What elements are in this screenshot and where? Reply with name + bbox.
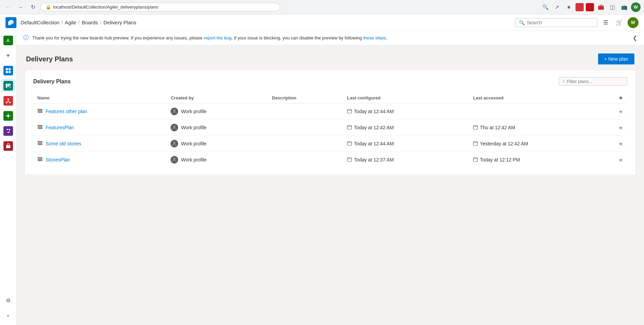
- svg-rect-4: [6, 84, 7, 88]
- search-box[interactable]: 🔍: [515, 18, 597, 27]
- sidebar-item-pipelines[interactable]: [1, 109, 15, 123]
- user-avatar-0: [171, 108, 178, 115]
- star-button-0[interactable]: ★: [618, 108, 623, 115]
- breadcrumb-boards[interactable]: Boards: [82, 20, 98, 25]
- plan-desc-cell-0: [268, 104, 343, 120]
- browser-profile[interactable]: W: [631, 2, 641, 12]
- sidebar-item-add[interactable]: +: [1, 49, 15, 62]
- page-title: Delivery Plans: [26, 55, 73, 63]
- share-button[interactable]: ➚: [552, 2, 562, 12]
- search-input[interactable]: [527, 20, 594, 25]
- ext2-button[interactable]: [586, 3, 594, 11]
- svg-point-37: [173, 158, 175, 160]
- last-access-text-2: Yesterday at 12:42 AM: [480, 141, 528, 146]
- sidebar-item-repos[interactable]: [1, 94, 15, 108]
- refresh-button[interactable]: ↻: [28, 2, 38, 12]
- user-avatar-3: [171, 156, 178, 164]
- last-accessed-3: Today at 12:12 PM: [473, 157, 610, 163]
- sidebar-item-overview[interactable]: [1, 64, 15, 77]
- plan-star-cell-2: ★: [614, 136, 627, 152]
- calendar-icon-conf-3: [347, 157, 352, 163]
- app-profile[interactable]: W: [628, 17, 639, 28]
- add-icon: +: [6, 52, 10, 60]
- filter-input-wrap[interactable]: ▿: [559, 77, 627, 86]
- last-configured-0: Today at 12:44 AM: [347, 109, 465, 115]
- report-bug-link[interactable]: report the bug: [204, 35, 232, 40]
- plans-table: Name Created by Description Last configu…: [33, 93, 627, 168]
- svg-rect-36: [37, 157, 38, 158]
- split-button[interactable]: ◫: [608, 2, 617, 12]
- azure-devops-logo[interactable]: [5, 17, 16, 28]
- plan-configured-cell-0: Today at 12:44 AM: [343, 104, 469, 120]
- svg-point-17: [173, 109, 175, 111]
- sidebar-expand-button[interactable]: »: [1, 309, 15, 322]
- svg-rect-20: [38, 127, 42, 128]
- plan-creator-cell-0: Work profile: [166, 104, 268, 120]
- svg-rect-16: [37, 109, 38, 110]
- forward-button[interactable]: →: [16, 2, 25, 12]
- creator-name-0: Work profile: [181, 109, 206, 114]
- sidebar-item-boards[interactable]: [1, 79, 15, 93]
- plan-name-text-0[interactable]: Features other plan: [46, 109, 87, 114]
- tablet-button[interactable]: 📺: [619, 2, 629, 12]
- plan-name-link-2[interactable]: Some old stories: [37, 141, 162, 147]
- plan-name-text-3[interactable]: StoriesPlan: [46, 157, 70, 162]
- notifications-button[interactable]: ☰: [600, 17, 611, 28]
- star-button-2[interactable]: ★: [618, 141, 623, 147]
- created-by-3: Work profile: [171, 156, 263, 164]
- sidebar-item-project[interactable]: A: [1, 34, 15, 47]
- sidebar-item-testplans[interactable]: [1, 124, 15, 138]
- repos-icon: [3, 96, 13, 106]
- table-row: Features other plan Work profile: [33, 104, 627, 120]
- shopping-bag-button[interactable]: 🛒: [614, 17, 625, 28]
- breadcrumb-agile[interactable]: Agile: [65, 20, 76, 25]
- ext1-button[interactable]: [575, 3, 584, 11]
- svg-rect-13: [38, 109, 42, 110]
- address-bar[interactable]: 🔒 localhost/DefaultCollection/Agile/_del…: [40, 3, 280, 11]
- back-button[interactable]: ←: [3, 2, 13, 12]
- breadcrumb-deliveryplans[interactable]: Delivery Plans: [103, 20, 136, 25]
- search-browser-button[interactable]: 🔍: [541, 2, 550, 12]
- url-text: localhost/DefaultCollection/Agile/_deliv…: [53, 4, 158, 10]
- boards-icon: [3, 81, 13, 91]
- filter-input[interactable]: [567, 79, 623, 84]
- svg-rect-0: [6, 68, 8, 70]
- breadcrumb-defaultcollection[interactable]: DefaultCollection: [21, 20, 59, 25]
- plan-icon-0: [37, 109, 43, 115]
- extensions-button[interactable]: 🧰: [596, 2, 606, 12]
- plan-star-cell-1: ★: [614, 120, 627, 136]
- bookmark-button[interactable]: ★: [564, 2, 573, 12]
- plan-name-text-1[interactable]: FeaturesPlan: [46, 125, 74, 130]
- banner-message1: Thank you for trying the new boards hub …: [32, 35, 204, 40]
- sidebar-item-artifacts[interactable]: [1, 139, 15, 153]
- plan-name-link-3[interactable]: StoriesPlan: [37, 157, 162, 163]
- plan-creator-cell-2: Work profile: [166, 136, 268, 152]
- search-icon: 🔍: [519, 20, 525, 25]
- star-button-1[interactable]: ★: [618, 124, 623, 131]
- svg-rect-19: [38, 125, 42, 126]
- svg-rect-32: [473, 142, 478, 145]
- plan-configured-cell-1: Today at 12:42 AM: [343, 120, 469, 136]
- sidebar-settings-button[interactable]: ⚙: [1, 293, 15, 307]
- plan-name-link-0[interactable]: Features other plan: [37, 109, 162, 115]
- app-container: DefaultCollection / Agile / Boards / Del…: [0, 14, 644, 325]
- top-nav-right: 🔍 ☰ 🛒 W: [515, 17, 639, 28]
- plan-configured-cell-3: Today at 12:37 AM: [343, 152, 469, 168]
- plan-name-cell-3: StoriesPlan: [33, 152, 166, 168]
- plan-name-link-1[interactable]: FeaturesPlan: [37, 125, 162, 131]
- these-steps-link[interactable]: these steps: [363, 35, 386, 40]
- new-plan-button[interactable]: + New plan: [598, 53, 634, 64]
- calendar-icon-acc-2: [473, 141, 478, 147]
- info-icon: ⓘ: [23, 34, 29, 41]
- last-conf-text-0: Today at 12:44 AM: [354, 109, 394, 114]
- breadcrumb-sep-1: /: [61, 20, 63, 25]
- svg-point-7: [8, 98, 9, 100]
- calendar-icon-conf-2: [347, 141, 352, 147]
- svg-rect-25: [473, 125, 478, 129]
- svg-rect-18: [347, 109, 351, 113]
- banner-close-button[interactable]: ❮: [633, 35, 637, 41]
- plan-name-text-2[interactable]: Some old stories: [46, 141, 81, 146]
- svg-point-23: [173, 125, 175, 128]
- created-by-2: Work profile: [171, 140, 263, 147]
- star-button-3[interactable]: ★: [618, 157, 623, 163]
